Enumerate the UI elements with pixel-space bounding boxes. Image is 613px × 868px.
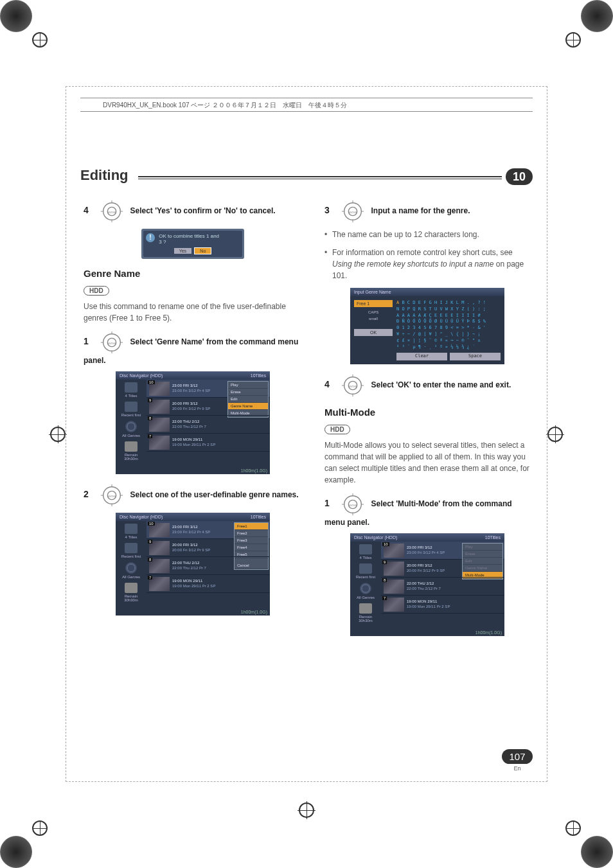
- nav-row[interactable]: 23:00 FRI 3/1223:00 Fri 3/12 Pr 4 SP Pla…: [147, 380, 270, 398]
- nav-row[interactable]: 22:00 THU 2/1222:00 Thu 2/12 Pr 7: [381, 578, 504, 596]
- registration-mark: [547, 427, 563, 442]
- confirm-dialog: ! OK to combine titles 1 and 3 ? Yes No: [141, 229, 244, 259]
- nav-row[interactable]: 19:00 MON 29/1119:00 Mon 29/11 Pr 2 SP: [381, 596, 504, 614]
- doc-header-text: DVR940HX_UK_EN.book 107 ページ ２００６年７月１２日 水…: [103, 101, 347, 110]
- step-1-right: 1 ENTER Select 'Multi-Mode' from the com…: [324, 492, 530, 528]
- section-header: Editing 10: [80, 167, 533, 186]
- nav-row[interactable]: 19:00 MON 29/1119:00 Mon 29/11 Pr 2 SP: [147, 575, 270, 593]
- enter-icon: ENTER: [100, 483, 124, 508]
- registration-mark: [299, 802, 314, 818]
- enter-icon: ENTER: [100, 330, 124, 355]
- genre-name-heading: Genre Name: [84, 268, 302, 279]
- nav-count: 10Titles: [251, 373, 266, 378]
- svg-text:ENTER: ENTER: [108, 342, 116, 345]
- nav-title: Disc Navigator (HDD): [120, 373, 163, 378]
- bullet-shortcuts: For information on remote control key sh…: [324, 247, 530, 281]
- disc-navigator-screen: Disc Navigator (HDD) 10Titles 4 Titles R…: [116, 513, 270, 616]
- warning-icon: !: [146, 233, 155, 242]
- step-2-left: 2 ENTER Select one of the user-definable…: [84, 483, 302, 508]
- ok-button[interactable]: OK: [354, 329, 393, 336]
- nav-row[interactable]: 22:00 THU 2/1222:00 Thu 2/12 Pr 7: [147, 416, 270, 434]
- small-option[interactable]: small: [354, 316, 393, 321]
- yes-button[interactable]: Yes: [174, 248, 191, 254]
- step-1-left: 1 ENTER Select 'Genre Name' from the com…: [84, 330, 302, 366]
- nav-list: 23:00 FRI 3/1223:00 Fri 3/12 Pr 4 SP Pla…: [147, 380, 270, 467]
- registration-mark: [50, 427, 66, 442]
- nav-row[interactable]: 19:00 MON 29/1119:00 Mon 29/11 Pr 2 SP: [147, 434, 270, 452]
- genre-intro: Use this command to rename one of the fi…: [84, 301, 302, 324]
- enter-icon: ENTER: [100, 199, 124, 224]
- multi-mode-intro: Multi-Mode allows you to select several …: [324, 439, 530, 486]
- nav-row[interactable]: 20:00 FRI 3/1220:00 Fri 3/12 Pr 9 SP: [381, 560, 504, 578]
- registration-mark: [0, 810, 58, 868]
- name-field[interactable]: Free 1: [354, 300, 393, 307]
- hdd-badge: HDD: [84, 286, 109, 296]
- page-number: 107 En: [502, 749, 533, 772]
- caps-option[interactable]: CAPS: [354, 310, 393, 315]
- registration-mark: [0, 0, 58, 58]
- char-grid[interactable]: A A B C D E F G H I J K L M . , ? !B C D…: [393, 300, 501, 360]
- nav-row[interactable]: 22:00 THU 2/1222:00 Thu 2/12 Pr 7: [147, 557, 270, 575]
- step-3-right: 3 ENTER Input a name for the genre.: [324, 199, 530, 224]
- svg-text:ENTER: ENTER: [108, 495, 116, 498]
- step-4-right: 4 ENTER Select 'OK' to enter the name an…: [324, 373, 530, 398]
- hdd-badge: HDD: [324, 425, 350, 434]
- nav-footer: 1h00m(1.0G): [116, 467, 270, 474]
- menu-free1[interactable]: Free1: [235, 523, 268, 530]
- registration-mark: [555, 0, 613, 58]
- svg-text:ENTER: ENTER: [108, 211, 116, 214]
- enter-icon: ENTER: [341, 373, 365, 398]
- step-4-left: 4 ENTER Select 'Yes' to confirm or 'No' …: [84, 199, 302, 224]
- menu-erase[interactable]: Erase: [228, 389, 268, 396]
- nav-row[interactable]: 20:00 FRI 3/1220:00 Fri 3/12 Pr 9 SP: [147, 398, 270, 416]
- nav-sidebar: 4 Titles Recent first All Genres Remain …: [116, 380, 147, 467]
- disc-navigator-screen: Disc Navigator (HDD) 10Titles 4 Titles R…: [116, 371, 270, 474]
- disc-navigator-screen: Disc Navigator (HDD) 10Titles 4 Titles R…: [350, 533, 504, 636]
- section-title: Editing: [80, 167, 129, 184]
- nav-row[interactable]: 23:00 FRI 3/1223:00 Fri 3/12 Pr 4 SP Pla…: [381, 542, 504, 560]
- enter-icon: ENTER: [341, 492, 365, 517]
- no-button[interactable]: No: [194, 247, 211, 254]
- menu-free2[interactable]: Free2: [235, 530, 268, 537]
- svg-text:ENTER: ENTER: [349, 504, 357, 507]
- registration-mark: [555, 810, 613, 868]
- bullet-name-length: The name can be up to 12 characters long…: [324, 229, 530, 240]
- enter-icon: ENTER: [341, 199, 365, 224]
- nav-row[interactable]: 20:00 FRI 3/1220:00 Fri 3/12 Pr 9 SP: [147, 539, 270, 557]
- dialog-message: OK to combine titles 1 and 3 ?: [159, 233, 223, 245]
- input-genre-name-screen: Input Genre Name Free 1 CAPS small OK A …: [350, 288, 504, 364]
- nav-row[interactable]: 23:00 FRI 3/1223:00 Fri 3/12 Pr 4 SP Fre…: [147, 521, 270, 539]
- menu-play[interactable]: Play: [228, 382, 268, 389]
- clear-button[interactable]: Clear: [396, 353, 447, 360]
- chapter-badge: 10: [506, 168, 533, 185]
- space-button[interactable]: Space: [450, 353, 501, 360]
- input-name-title: Input Genre Name: [350, 288, 504, 296]
- svg-text:ENTER: ENTER: [349, 385, 357, 388]
- multi-mode-heading: Multi-Mode: [324, 407, 530, 418]
- svg-text:ENTER: ENTER: [349, 211, 357, 214]
